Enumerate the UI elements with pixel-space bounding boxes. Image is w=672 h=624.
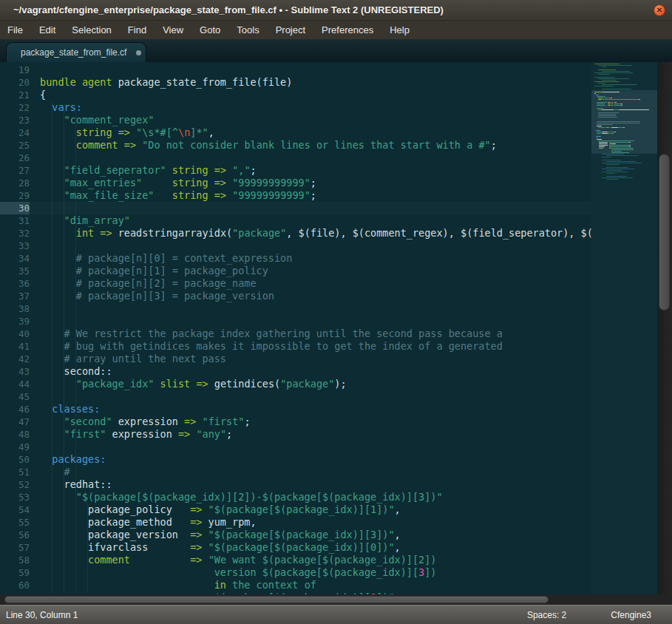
code-line[interactable]: 42 # array until the next pass [0,353,591,365]
line-number: 41 [0,340,30,353]
vertical-scrollbar-thumb[interactable] [659,154,670,311]
code-token [112,126,118,138]
code-text: # bug with getindices makes it impossibl… [30,340,503,352]
code-line[interactable]: 57 ifvarclass => "$(package[$(package_id… [0,541,591,554]
vertical-scrollbar[interactable] [657,62,672,605]
menu-edit[interactable]: Edit [31,21,64,39]
menu-project[interactable]: Project [268,21,313,39]
title-bar[interactable]: ~/vagrant/cfengine_enterprise/package_st… [0,0,672,21]
code-line[interactable]: 35 # package[n][1] = package_policy [0,265,591,277]
code-line[interactable]: 45 [0,390,591,403]
code-token: "package_idx" [76,378,155,390]
horizontal-scrollbar[interactable] [0,594,672,605]
menu-bar: File Edit Selection Find View Goto Tools… [0,21,672,39]
code-line[interactable]: 48 "first" expression => "any"; [0,428,591,441]
code-token: "$(package[$(package_idx)][3])" [208,529,395,540]
code-token: , [395,541,401,553]
code-line[interactable]: 29 "max_file_size" string => "9999999999… [0,189,591,202]
code-line[interactable]: 59 version $(package[$(package_idx)][3]) [0,566,591,579]
code-line[interactable]: 39 [0,315,591,328]
code-line[interactable]: 30 [0,202,591,214]
minimap[interactable] [591,62,657,605]
code-token [226,164,232,176]
code-line[interactable]: 23 "comment_regex" [0,114,591,126]
code-line[interactable]: 44 "package_idx" slist => getindices("pa… [0,378,591,390]
code-line[interactable]: 58 comment => "We want $(package[$(packa… [0,554,591,566]
code-line[interactable]: 20bundle agent package_state_from_file(f… [0,76,591,89]
code-line[interactable]: 43 second:: [0,365,591,378]
code-line[interactable]: 32 int => readstringarrayidx("package", … [0,227,591,240]
code-text: # package[n][0] = context_expression [30,252,292,264]
code-line[interactable]: 26 [0,152,591,164]
code-token: classes: [40,403,100,415]
line-number: 28 [0,177,30,189]
code-line[interactable]: 54 package_policy => "$(package[$(packag… [0,503,591,516]
code-line[interactable]: 41 # bug with getindices makes it imposs… [0,340,591,353]
horizontal-scrollbar-thumb[interactable] [4,596,549,603]
line-number: 44 [0,378,30,390]
code-line[interactable]: 49 [0,441,591,453]
code-line[interactable]: 19 [0,64,591,76]
code-line[interactable]: 37 # package[n][3] = package_version [0,290,591,302]
line-number: 38 [0,302,30,315]
code-text: comment => "We want $(package[$(package_… [30,554,436,566]
code-line[interactable]: 50 packages: [0,453,591,466]
code-line[interactable]: 25 comment => "Do not consider blank lin… [0,139,591,152]
code-line[interactable]: 33 [0,240,591,252]
code-line[interactable]: 60 in the context of [0,579,591,591]
code-token: ; [491,139,497,151]
code-line[interactable]: 34 # package[n][0] = context_expression [0,252,591,265]
close-icon[interactable]: ✕ [654,4,665,16]
code-line[interactable]: 47 "second" expression => "first"; [0,416,591,428]
code-line[interactable]: 56 package_version => "$(package[$(packa… [0,529,591,541]
menu-goto[interactable]: Goto [191,21,228,39]
code-line[interactable]: 55 package_method => yum_rpm, [0,516,591,529]
code-line[interactable]: 46 classes: [0,403,591,416]
menu-file[interactable]: File [0,21,31,39]
code-line[interactable]: 52 redhat:: [0,478,591,491]
code-token: readstringarrayidx( [112,227,233,239]
code-area[interactable]: 1920bundle agent package_state_from_file… [0,62,591,605]
menu-selection[interactable]: Selection [64,21,119,39]
status-syntax-mode[interactable]: Cfengine3 [611,610,651,620]
menu-tools[interactable]: Tools [228,21,267,39]
line-number: 46 [0,403,30,416]
code-line[interactable]: 40 # We restrict the package index gathe… [0,328,591,340]
code-token [202,554,208,566]
code-line[interactable]: 36 # package[n][2] = package_name [0,277,591,290]
line-number: 23 [0,114,30,126]
code-text [30,390,40,402]
code-line[interactable]: 27 "field_seperator" string => ","; [0,164,591,177]
code-token: string [172,189,208,201]
code-token [40,579,214,591]
tab-package-state-from-file[interactable]: package_state_from_file.cf [6,42,146,62]
code-token: ; [310,177,316,189]
code-token: in [214,579,226,591]
modified-dot-icon [136,50,141,55]
menu-preferences[interactable]: Preferences [313,21,381,39]
code-line[interactable]: 53 "$(package[$(package_idx)][2])-$(pack… [0,491,591,503]
line-number: 35 [0,265,30,277]
line-number: 27 [0,164,30,177]
code-token: # bug with getindices makes it impossibl… [40,340,503,352]
code-line[interactable]: 38 [0,302,591,315]
code-line[interactable]: 24 string => "\s*#[^\n]*", [0,126,591,139]
code-token: ; [226,428,232,440]
code-token: => [190,541,202,553]
status-cursor-position: Line 30, Column 1 [6,610,78,620]
code-line[interactable]: 21{ [0,89,591,101]
code-text: version $(package[$(package_idx)][3]) [30,566,436,578]
menu-view[interactable]: View [155,21,191,39]
menu-find[interactable]: Find [120,21,155,39]
code-line[interactable]: 31 "dim_array" [0,214,591,227]
status-indent-setting[interactable]: Spaces: 2 [527,610,566,620]
code-line[interactable]: 28 "max_entries" string => "99999999999"… [0,177,591,189]
line-number: 58 [0,554,30,566]
menu-help[interactable]: Help [381,21,418,39]
code-token [202,541,208,553]
code-line[interactable]: 22 vars: [0,101,591,114]
code-token: => [190,503,202,515]
code-line[interactable]: 51 # [0,466,591,478]
code-text: package_policy => "$(package[$(package_i… [30,503,401,515]
code-token: # array until the next pass [40,353,226,364]
